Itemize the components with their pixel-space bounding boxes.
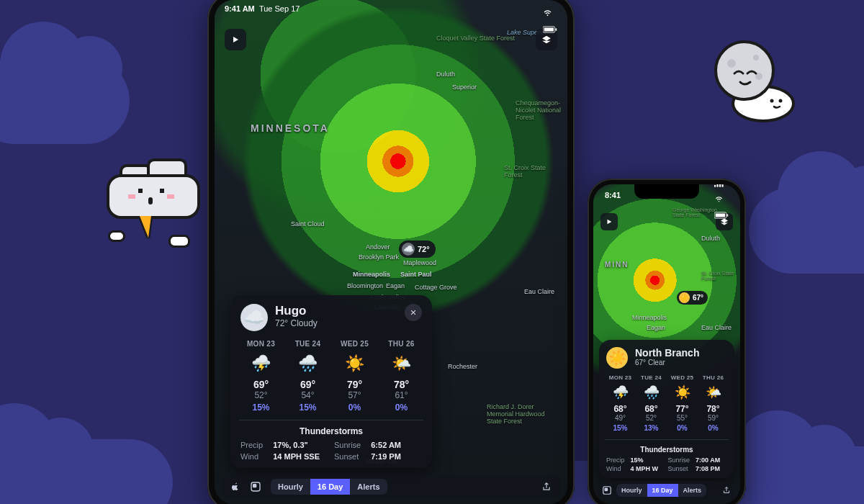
- forecast-day[interactable]: TUE 24 🌧️ 68° 52° 13%: [637, 374, 665, 432]
- svg-point-19: [770, 99, 774, 103]
- location-icon: [543, 0, 557, 1]
- bottom-toolbar: Hourly 16 Day Alerts: [222, 475, 560, 498]
- appearance-icon[interactable]: [248, 479, 264, 495]
- forecast-day[interactable]: MON 23 ⛈️ 69° 52° 15%: [240, 340, 282, 413]
- sun-icon: ☀️: [679, 292, 690, 303]
- day-low: 57°: [334, 390, 375, 400]
- map-city-label: Minneapolis: [632, 314, 667, 321]
- day-high: 69°: [240, 379, 282, 390]
- tablet-status-bar: 9:41 AM Tue Sep 17: [215, 0, 567, 17]
- map-city-label: Rochester: [448, 363, 477, 370]
- map-city-label: Eau Claire: [524, 288, 554, 295]
- day-label: MON 23: [606, 374, 634, 381]
- card-current-temp: 67°: [635, 359, 646, 366]
- day-precip: 13%: [637, 424, 665, 432]
- sunset-value: 7:08 PM: [696, 465, 727, 472]
- map-city-label: Minneapolis: [353, 271, 390, 278]
- day-high: 68°: [606, 404, 634, 414]
- phone-device-frame: MINN Duluth Minneapolis Eagan Eau Claire…: [588, 179, 746, 504]
- radar-play-button[interactable]: [600, 213, 618, 230]
- sun-icon: ☀️: [673, 383, 692, 402]
- day-label: THU 26: [699, 374, 727, 381]
- svg-rect-2: [556, 28, 557, 30]
- map-city-label: Bloomington: [347, 282, 383, 289]
- appearance-icon[interactable]: [600, 484, 613, 497]
- sunrise-label: Sunrise: [668, 456, 690, 464]
- forecast-card: ☁️ Hugo 72° Cloudy MON 23 ⛈️ 69°: [230, 295, 432, 468]
- status-indicators: [714, 184, 729, 219]
- forecast-day[interactable]: WED 25 ☀️ 77° 55° 0%: [668, 374, 696, 432]
- forecast-day[interactable]: TUE 24 🌧️ 69° 54° 15%: [287, 340, 328, 413]
- map-city-label: Andover: [366, 243, 390, 251]
- divider: [239, 420, 423, 420]
- wifi-icon: [714, 196, 729, 203]
- day-high: 69°: [287, 379, 328, 390]
- rain-icon: 🌧️: [642, 383, 661, 402]
- precip-label: Precip: [240, 441, 263, 449]
- map-city-label: Maplewood: [403, 259, 436, 266]
- share-icon[interactable]: [720, 484, 733, 497]
- map-location-pin[interactable]: ☁️ 72°: [399, 240, 436, 258]
- map-forest-label: St. Croix State Forest: [504, 164, 547, 179]
- forecast-days: MON 23 ⛈️ 69° 52° 15% TUE 24 🌧️ 69° 54° …: [240, 340, 422, 413]
- day-precip: 15%: [606, 424, 634, 432]
- cellular-icon: [714, 184, 729, 187]
- card-close-button[interactable]: [405, 304, 422, 321]
- day-low: 54°: [287, 390, 328, 400]
- card-current-temp: 72°: [275, 318, 288, 328]
- battery-icon: [714, 212, 729, 219]
- sunrise-value: 6:52 AM: [371, 441, 422, 449]
- map-city-label: Brooklyn Park: [359, 253, 399, 261]
- tab-16day[interactable]: 16 Day: [310, 479, 350, 495]
- day-high: 78°: [381, 379, 422, 390]
- map-location-pin[interactable]: ☀️ 67°: [677, 291, 708, 305]
- svg-point-17: [753, 55, 759, 60]
- wifi-icon: [543, 9, 557, 17]
- status-time: 9:41 AM: [225, 4, 255, 13]
- precip-value: 15%: [631, 456, 662, 464]
- card-current-cond: Cloudy: [291, 318, 318, 328]
- apple-icon[interactable]: [228, 479, 243, 495]
- details-title: Thunderstorms: [606, 446, 727, 454]
- sun-icon: ☀️: [343, 351, 367, 376]
- tablet-screen: MINNESOTA Duluth Superior Saint Cloud An…: [215, 0, 567, 504]
- forecast-day[interactable]: THU 26 🌤️ 78° 59° 0%: [699, 374, 727, 432]
- status-indicators: [543, 0, 557, 33]
- day-low: 61°: [381, 390, 422, 400]
- details-title: Thunderstorms: [240, 426, 422, 436]
- tablet-device-frame: MINNESOTA Duluth Superior Saint Cloud An…: [207, 0, 575, 504]
- cloudy-icon: ☁️: [240, 304, 268, 331]
- day-precip: 0%: [668, 424, 696, 432]
- svg-rect-10: [716, 213, 725, 217]
- day-precip: 0%: [699, 424, 727, 432]
- forecast-day[interactable]: THU 26 🌤️ 78° 61° 0%: [381, 340, 422, 413]
- svg-rect-6: [717, 184, 719, 186]
- day-label: TUE 24: [637, 374, 665, 381]
- card-location: Hugo: [275, 304, 318, 318]
- tab-16day[interactable]: 16 Day: [647, 484, 678, 497]
- details-grid: Precip 15% Sunrise 7:00 AM Wind 4 MPH W …: [606, 456, 727, 472]
- background-cloud: [0, 439, 173, 504]
- map-city-label: Saint Paul: [400, 271, 432, 278]
- bottom-toolbar: Hourly 16 Day Alerts: [598, 481, 736, 500]
- tab-alerts[interactable]: Alerts: [678, 484, 707, 497]
- tab-alerts[interactable]: Alerts: [350, 479, 387, 495]
- cloud-icon: ☁️: [402, 243, 415, 256]
- tab-hourly[interactable]: Hourly: [271, 479, 310, 495]
- sunrise-value: 7:00 AM: [696, 456, 727, 464]
- tab-hourly[interactable]: Hourly: [616, 484, 647, 497]
- phone-notch: [634, 184, 699, 199]
- forecast-day[interactable]: WED 25 ☀️ 79° 57° 0%: [334, 340, 375, 413]
- share-icon[interactable]: [539, 479, 554, 495]
- pixel-cloud-sticker: [107, 168, 215, 269]
- status-date: Tue Sep 17: [259, 4, 300, 13]
- status-time: 8:41: [605, 191, 621, 199]
- forecast-day[interactable]: MON 23 ⛈️ 68° 49° 15%: [606, 374, 634, 432]
- storm-icon: ⛈️: [249, 351, 274, 376]
- svg-rect-5: [714, 184, 716, 186]
- day-high: 68°: [637, 404, 665, 414]
- sunset-label: Sunset: [334, 452, 361, 461]
- details-grid: Precip 17%, 0.3" Sunrise 6:52 AM Wind 14…: [240, 441, 422, 461]
- partly-cloudy-icon: 🌤️: [704, 383, 723, 402]
- radar-play-button[interactable]: [225, 29, 246, 50]
